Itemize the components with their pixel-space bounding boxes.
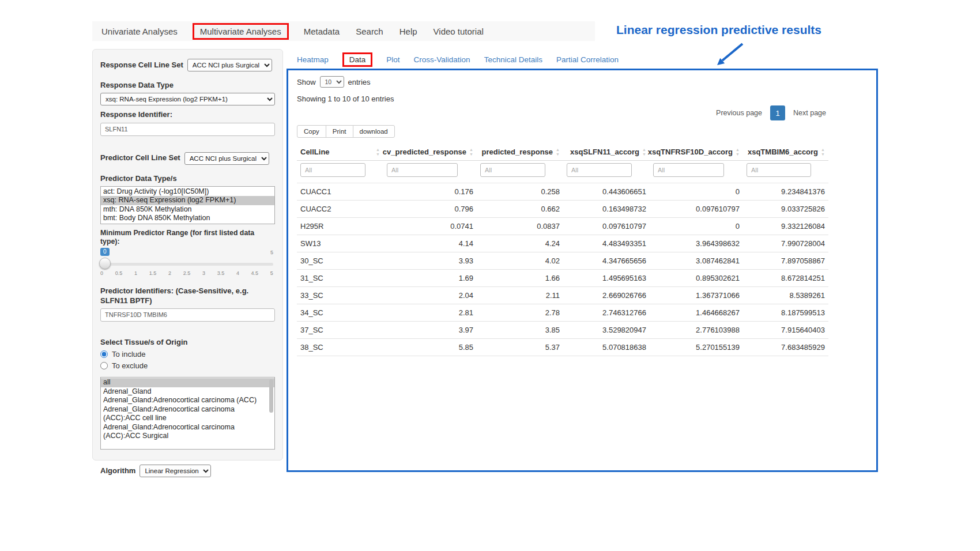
- sort-asc-icon: ▲: [376, 148, 380, 152]
- predictor-data-type-option[interactable]: act: Drug Activity (-log10[IC50M]): [101, 187, 274, 197]
- cell-predicted-response: 4.24: [477, 235, 563, 252]
- sort-icon[interactable]: ▲▼: [376, 148, 380, 156]
- algorithm-select[interactable]: Linear Regression: [140, 465, 211, 477]
- sort-icon[interactable]: ▲▼: [642, 148, 646, 156]
- cell-predicted-response: 0.258: [477, 183, 563, 201]
- column-header-cv-predicted-response[interactable]: cv_predicted_response▲▼: [383, 144, 477, 161]
- table-row: 33_SC2.042.112.6690267661.3673710668.538…: [297, 287, 828, 304]
- filter-input-cellline[interactable]: [300, 163, 365, 177]
- filter-input-cv-predicted-response[interactable]: [387, 163, 458, 177]
- tissue-option[interactable]: all: [101, 378, 274, 387]
- predictor-cell-line-set-select[interactable]: ACC NCI plus Surgical: [184, 152, 269, 165]
- cell-cv-predicted-response: 1.69: [383, 270, 477, 287]
- response-cell-line-set-label: Response Cell Line Set: [100, 61, 183, 70]
- cell-cellline: H295R: [297, 218, 383, 235]
- column-header-label: cv_predicted_response: [383, 148, 466, 156]
- sort-icon[interactable]: ▲▼: [736, 148, 740, 156]
- sort-icon[interactable]: ▲▼: [556, 148, 560, 156]
- radio-to-include[interactable]: [100, 350, 108, 358]
- previous-page-button[interactable]: Previous page: [714, 107, 764, 119]
- tab-cross-validation[interactable]: Cross-Validation: [414, 55, 470, 64]
- tissue-list-group: allAdrenal_GlandAdrenal_Gland:Adrenocort…: [100, 377, 275, 450]
- slider-track[interactable]: [100, 263, 273, 266]
- filter-input-xsqslfn11-accorg[interactable]: [567, 163, 632, 177]
- cell-xsqtmbim6-accorg: 7.915640403: [743, 322, 828, 339]
- radio-to-exclude[interactable]: [100, 362, 108, 369]
- current-page-button[interactable]: 1: [770, 105, 785, 120]
- filter-input-xsqtnfrsf10d-accorg[interactable]: [653, 163, 724, 177]
- nav-item-multivariate-analyses[interactable]: Multivariate Analyses: [193, 23, 289, 40]
- response-data-type-select[interactable]: xsq: RNA-seq Expression (log2 FPKM+1): [100, 93, 275, 105]
- copy-button[interactable]: Copy: [297, 125, 326, 138]
- filter-input-xsqtmbim6-accorg[interactable]: [747, 163, 811, 177]
- scrollbar[interactable]: [269, 379, 273, 413]
- table-row: CUACC10.1760.2580.44360665109.234841376: [297, 183, 828, 201]
- sort-icon[interactable]: ▲▼: [469, 148, 473, 156]
- tab-data[interactable]: Data: [342, 52, 373, 67]
- slider-tick-label: 2: [168, 270, 171, 276]
- tab-technical-details[interactable]: Technical Details: [484, 55, 542, 64]
- cell-cv-predicted-response: 0.796: [383, 201, 477, 218]
- predictor-data-type-option[interactable]: mth: DNA 850K Methylation: [101, 205, 274, 214]
- response-identifier-input[interactable]: [100, 123, 275, 136]
- tissue-option[interactable]: Adrenal_Gland: [101, 387, 274, 397]
- tab-plot[interactable]: Plot: [386, 55, 399, 64]
- cell-xsqtnfrsf10d-accorg: 3.964398632: [650, 235, 743, 252]
- slider-handle[interactable]: [99, 258, 111, 269]
- cell-predicted-response: 4.02: [477, 252, 563, 270]
- download-button[interactable]: download: [353, 125, 395, 138]
- tab-partial-correlation[interactable]: Partial Correlation: [556, 55, 619, 64]
- cell-predicted-response: 5.37: [477, 339, 563, 356]
- predictor-data-type-listbox[interactable]: act: Drug Activity (-log10[IC50M])xsq: R…: [100, 186, 275, 224]
- tissue-radio-option[interactable]: To exclude: [100, 361, 275, 370]
- nav-item-video-tutorial[interactable]: Video tutorial: [432, 24, 485, 39]
- predictor-data-type-option[interactable]: xsq: RNA-seq Expression (log2 FPKM+1): [101, 196, 274, 205]
- min-predictor-range-slider[interactable]: 0 5 00.511.522.533.544.55: [100, 250, 273, 282]
- column-header-predicted-response[interactable]: predicted_response▲▼: [477, 144, 563, 161]
- column-header-xsqtnfrsf10d-accorg[interactable]: xsqTNFRSF10D_accorg▲▼: [650, 144, 743, 161]
- table-row: 31_SC1.691.661.4956951630.8953026218.672…: [297, 270, 828, 287]
- show-entries-select[interactable]: 10: [320, 76, 344, 88]
- nav-item-help[interactable]: Help: [398, 24, 419, 39]
- column-header-label: xsqSLFN11_accorg: [570, 148, 639, 156]
- main-content: HeatmapDataPlotCross-ValidationTechnical…: [287, 51, 878, 472]
- tissue-option[interactable]: Adrenal_Gland:Adrenocortical carcinoma (…: [101, 396, 274, 405]
- predictor-identifiers-input[interactable]: [100, 308, 275, 322]
- sort-desc-icon: ▼: [469, 152, 473, 156]
- filter-cell: [563, 161, 650, 183]
- predictor-data-type-option[interactable]: bmt: Body DNA 850K Methylation: [101, 214, 274, 223]
- next-page-button[interactable]: Next page: [791, 107, 828, 119]
- response-identifier-label: Response Identifier:: [100, 110, 275, 119]
- tissue-option[interactable]: Adrenal_Gland:Adrenocortical carcinoma (…: [101, 423, 274, 441]
- tab-heatmap[interactable]: Heatmap: [297, 55, 329, 64]
- nav-item-search[interactable]: Search: [355, 24, 385, 39]
- cell-xsqtnfrsf10d-accorg: 0.895302621: [650, 270, 743, 287]
- filter-cell: [650, 161, 743, 183]
- cell-xsqtmbim6-accorg: 9.033725826: [743, 201, 828, 218]
- slider-tick-label: 2.5: [183, 270, 191, 276]
- column-header-cellline[interactable]: CellLine▲▼: [297, 144, 383, 161]
- nav-item-metadata[interactable]: Metadata: [303, 24, 341, 39]
- filter-input-predicted-response[interactable]: [480, 163, 545, 177]
- column-header-xsqtmbim6-accorg[interactable]: xsqTMBIM6_accorg▲▼: [743, 144, 828, 161]
- tissue-option[interactable]: Adrenal_Gland:Adrenocortical carcinoma (…: [101, 405, 274, 423]
- cell-cv-predicted-response: 0.176: [383, 183, 477, 201]
- filter-cell: [297, 161, 383, 183]
- cell-xsqtmbim6-accorg: 8.5389261: [743, 287, 828, 304]
- response-cell-line-set-group: Response Cell Line Set ACC NCI plus Surg…: [100, 59, 275, 71]
- predictor-identifiers-group: Predictor Identifiers: (Case-Sensitive, …: [100, 286, 275, 322]
- table-row: 30_SC3.934.024.3476656563.0874628417.897…: [297, 252, 828, 270]
- print-button[interactable]: Print: [326, 125, 353, 138]
- column-header-xsqslfn11-accorg[interactable]: xsqSLFN11_accorg▲▼: [563, 144, 650, 161]
- cell-cellline: 31_SC: [297, 270, 383, 287]
- nav-item-univariate-analyses[interactable]: Univariate Analyses: [100, 24, 179, 39]
- cell-xsqslfn11-accorg: 2.669026766: [563, 287, 650, 304]
- predictor-identifiers-label: Predictor Identifiers: (Case-Sensitive, …: [100, 286, 275, 305]
- page: Univariate AnalysesMultivariate Analyses…: [0, 0, 980, 551]
- response-cell-line-set-select[interactable]: ACC NCI plus Surgical: [187, 59, 272, 71]
- tissue-radio-option[interactable]: To include: [100, 350, 275, 358]
- show-label: Show: [297, 78, 316, 86]
- predictor-data-types-label: Predictor Data Type/s: [100, 174, 275, 183]
- tissue-listbox[interactable]: allAdrenal_GlandAdrenal_Gland:Adrenocort…: [100, 377, 275, 450]
- sort-icon[interactable]: ▲▼: [821, 148, 825, 156]
